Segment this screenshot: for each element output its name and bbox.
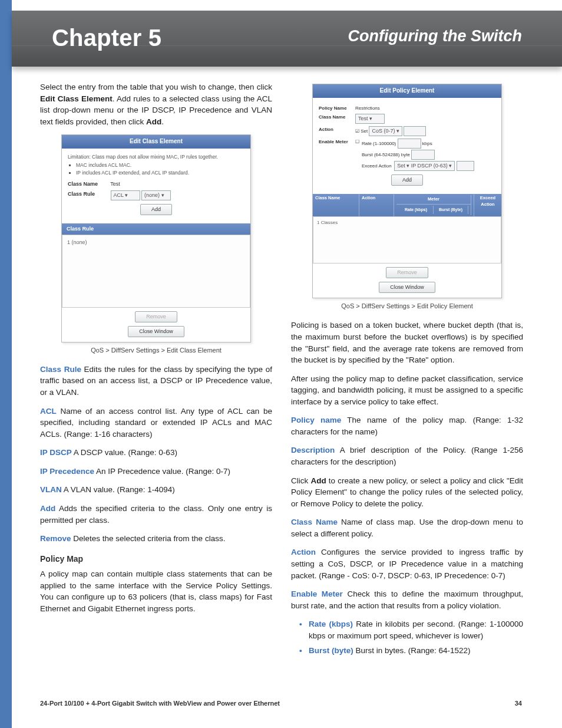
col-meter: Meter (396, 195, 471, 205)
burst-label: Burst (64-524288) byte (362, 152, 410, 157)
close-window-button[interactable]: Close Window (379, 282, 435, 293)
col-action: Action (359, 194, 394, 216)
close-window-button[interactable]: Close Window (128, 326, 184, 337)
figure-caption: QoS > DiffServ Settings > Edit Policy El… (291, 302, 523, 311)
def-add: Add Adds the specified criteria to the c… (40, 503, 272, 526)
def-text: Adds the specified criteria to the class… (40, 504, 272, 525)
term: Class Rule (40, 365, 81, 374)
footer: 24-Port 10/100 + 4-Port Gigabit Switch w… (40, 700, 522, 707)
policy-map-paragraph: A policy map can contain multiple class … (40, 568, 272, 614)
class-rule-label: Class Rule (68, 190, 109, 198)
add-bold: Add (310, 476, 326, 485)
add-button[interactable]: Add (140, 204, 172, 215)
dialog-title: Edit Class Element (62, 135, 250, 149)
exceed-input[interactable] (457, 161, 474, 171)
page-number: 34 (515, 700, 522, 707)
action-input[interactable] (404, 126, 426, 136)
remove-button[interactable]: Remove (386, 267, 428, 278)
burst-input[interactable] (411, 150, 435, 160)
def-description: Description A brief description of the P… (291, 444, 523, 467)
enable-meter-checkbox[interactable]: ☐ (355, 139, 359, 171)
after-paragraph: After using the policy map to define pac… (291, 373, 523, 408)
content-columns: Select the entry from the table that you… (40, 81, 523, 664)
footer-product: 24-Port 10/100 + 4-Port Gigabit Switch w… (40, 700, 280, 707)
click-add-paragraph: Click Add to create a new policy, or sel… (291, 475, 523, 510)
page: Chapter 5 Configuring the Switch Select … (0, 0, 562, 728)
term: Burst (byte) (309, 646, 353, 655)
acl-none-select[interactable]: (none) ▾ (141, 190, 171, 200)
def-class-name: Class Name Name of class map. Use the dr… (291, 516, 523, 539)
table-row: 1 Classes (317, 220, 338, 225)
def-policy-name: Policy name The name of the policy map. … (291, 414, 523, 437)
header-band: Chapter 5 Configuring the Switch (12, 11, 562, 67)
limitation-list: MAC includes ACL MAC. IP includes ACL IP… (76, 162, 244, 177)
bullet-rate: Rate (kbps) Rate in kilobits per second.… (302, 618, 523, 641)
class-name-value: Test (110, 181, 120, 187)
term: Action (291, 548, 316, 556)
exceed-label: Exceed Action (362, 163, 392, 169)
left-stripe (0, 0, 12, 728)
def-acl: ACL Name of an access control list. Any … (40, 406, 272, 440)
remove-button[interactable]: Remove (135, 311, 177, 322)
text: Click (291, 476, 310, 485)
section-title: Configuring the Switch (348, 27, 522, 45)
figure-caption: QoS > DiffServ Settings > Edit Class Ele… (40, 346, 272, 355)
def-text: Configures the service provided to ingre… (291, 548, 523, 579)
def-enable-meter: Enable Meter Check this to define the ma… (291, 588, 523, 611)
action-select[interactable]: CoS (0-7) ▾ (369, 126, 402, 136)
term: IP DSCP (40, 448, 72, 457)
enable-meter-label: Enable Meter (319, 139, 355, 171)
term: Class Name (291, 518, 338, 526)
intro-paragraph: Select the entry from the table that you… (40, 81, 272, 127)
class-name-select[interactable]: Test ▾ (355, 114, 385, 124)
list-item: IP includes ACL IP extended, and ACL IP … (76, 169, 244, 176)
class-rule-subheader: Class Rule (62, 223, 250, 235)
acl-select[interactable]: ACL ▾ (111, 190, 140, 200)
col-rate: Rate (kbps) (399, 206, 434, 214)
def-text: A VLAN value. (Range: 1-4094) (62, 485, 175, 494)
term: Policy name (291, 416, 341, 424)
table-header: Class Name Action Meter Rate (kbps) Burs… (313, 194, 501, 216)
meter-bullets: Rate (kbps) Rate in kilobits per second.… (302, 618, 523, 657)
class-name-label: Class Name (68, 180, 109, 188)
right-column: Edit Policy Element Policy NameRestricti… (291, 81, 523, 664)
def-text: Deletes the selected criteria from the c… (71, 534, 226, 543)
def-text: An IP Precedence value. (Range: 0-7) (94, 467, 230, 476)
term: Description (291, 446, 335, 454)
term: Rate (kbps) (309, 620, 353, 628)
class-name-label: Class Name (319, 114, 355, 121)
rate-label: Rate (1-100000) (362, 141, 396, 146)
policy-name-value: Restrictions (355, 106, 380, 111)
add-bold: Add (146, 117, 161, 126)
def-text: A DSCP value. (Range: 0-63) (72, 448, 177, 457)
bullet-burst: Burst (byte) Burst in bytes. (Range: 64-… (302, 645, 523, 657)
policing-paragraph: Policing is based on a token bucket, whe… (291, 319, 523, 365)
col-exceed-action: Exceed Action (474, 194, 501, 216)
edit-policy-element-screenshot: Edit Policy Element Policy NameRestricti… (312, 84, 502, 298)
add-button[interactable]: Add (391, 174, 423, 186)
term: Enable Meter (291, 589, 343, 598)
left-column: Select the entry from the table that you… (40, 81, 272, 664)
action-set-checkbox[interactable]: ☑ (355, 129, 361, 134)
text: Select the entry from the table that you… (40, 83, 272, 91)
text: . (161, 117, 164, 126)
rate-input[interactable] (398, 139, 421, 149)
list-item: 1 (none) (67, 239, 87, 245)
term: Remove (40, 534, 71, 543)
chapter-title: Chapter 5 (52, 25, 161, 51)
def-text: Burst in bytes. (Range: 64-1522) (353, 646, 471, 655)
def-ipdscp: IP DSCP A DSCP value. (Range: 0-63) (40, 447, 272, 459)
term: ACL (40, 407, 57, 416)
list-item: MAC includes ACL MAC. (76, 162, 244, 169)
def-ipprecedence: IP Precedence An IP Precedence value. (R… (40, 466, 272, 477)
exceed-select[interactable]: Set ▾ IP DSCP (0-63) ▾ (394, 161, 455, 171)
edit-class-element-screenshot: Edit Class Element Limitation: Class map… (61, 134, 251, 342)
def-text: Name of an access control list. Any type… (40, 407, 272, 439)
rate-unit: kbps (422, 141, 432, 146)
term: VLAN (40, 485, 62, 494)
text: to create a new policy, or select a poli… (291, 476, 523, 508)
dialog-body: Policy NameRestrictions Class NameTest ▾… (313, 98, 501, 195)
action-label: Action (319, 126, 355, 133)
dialog-title: Edit Policy Element (313, 84, 501, 98)
policy-map-heading: Policy Map (40, 553, 272, 565)
